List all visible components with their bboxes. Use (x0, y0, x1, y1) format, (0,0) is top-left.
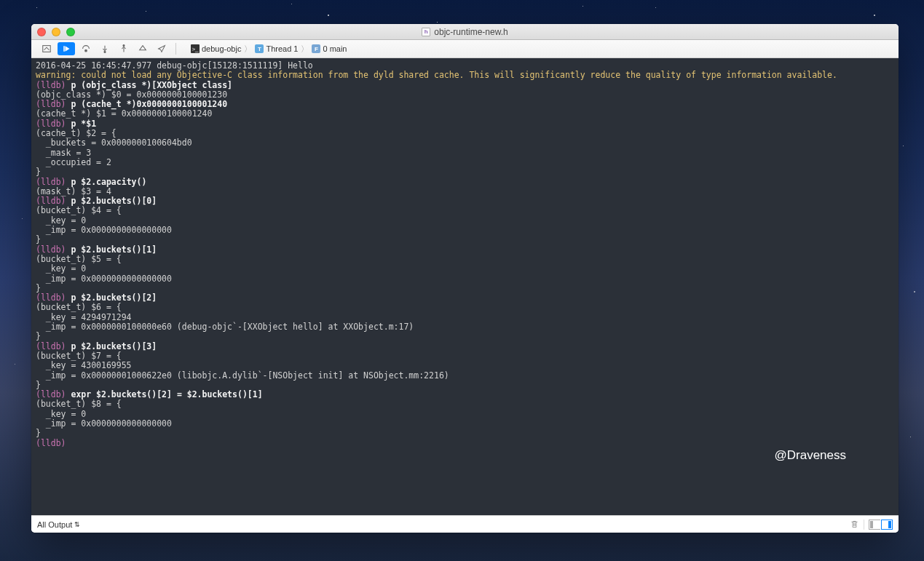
zoom-button[interactable] (66, 28, 75, 36)
statusbar: All Output ⇅ (31, 515, 899, 533)
continue-button[interactable] (58, 42, 75, 55)
svg-rect-1 (63, 46, 65, 52)
close-button[interactable] (37, 28, 46, 36)
breadcrumb-frame[interactable]: F 0 main (309, 44, 350, 53)
panel-toggles (869, 520, 893, 530)
svg-point-4 (123, 45, 125, 47)
step-over-button[interactable] (78, 42, 94, 55)
window-title: h objc-runtime-new.h (422, 27, 508, 37)
minimize-button[interactable] (52, 28, 60, 36)
separator (864, 520, 864, 530)
breadcrumb-separator: 〉 (244, 44, 252, 55)
svg-point-3 (104, 51, 106, 52)
title-label: objc-runtime-new.h (434, 27, 508, 37)
breadcrumb-thread[interactable]: T Thread 1 (252, 44, 301, 53)
header-file-icon: h (422, 28, 430, 36)
debug-view-hierarchy-button[interactable] (135, 42, 151, 55)
hide-debug-area-button[interactable] (39, 42, 55, 55)
console-output[interactable]: 2016-04-25 16:45:47.977 debug-objc[15128… (31, 58, 899, 451)
traffic-lights (37, 28, 75, 36)
svg-rect-0 (43, 46, 51, 52)
breadcrumb: >_ debug-objc 〉 T Thread 1 〉 F 0 main (188, 44, 350, 55)
variables-view-toggle[interactable] (869, 520, 880, 530)
breadcrumb-separator: 〉 (301, 44, 309, 55)
watermark: @Draveness (774, 448, 846, 463)
filter-arrows-icon: ⇅ (74, 521, 80, 528)
separator (175, 43, 176, 55)
breadcrumb-process[interactable]: >_ debug-objc (188, 44, 244, 53)
frame-icon: F (312, 44, 320, 53)
step-into-button[interactable] (97, 42, 113, 55)
simulate-location-button[interactable] (154, 42, 170, 55)
debug-console[interactable]: 2016-04-25 16:45:47.977 debug-objc[15128… (31, 58, 899, 515)
debug-toolbar: >_ debug-objc 〉 T Thread 1 〉 F 0 main (31, 40, 899, 58)
step-out-button[interactable] (116, 42, 132, 55)
terminal-icon: >_ (191, 44, 200, 53)
titlebar[interactable]: h objc-runtime-new.h (31, 24, 899, 40)
thread-icon: T (255, 44, 264, 53)
console-view-toggle[interactable] (881, 520, 893, 530)
trash-button[interactable] (849, 520, 859, 530)
output-filter[interactable]: All Output ⇅ (37, 520, 80, 529)
svg-point-2 (85, 49, 87, 52)
xcode-window: h objc-runtime-new.h >_ debug- (31, 24, 899, 533)
